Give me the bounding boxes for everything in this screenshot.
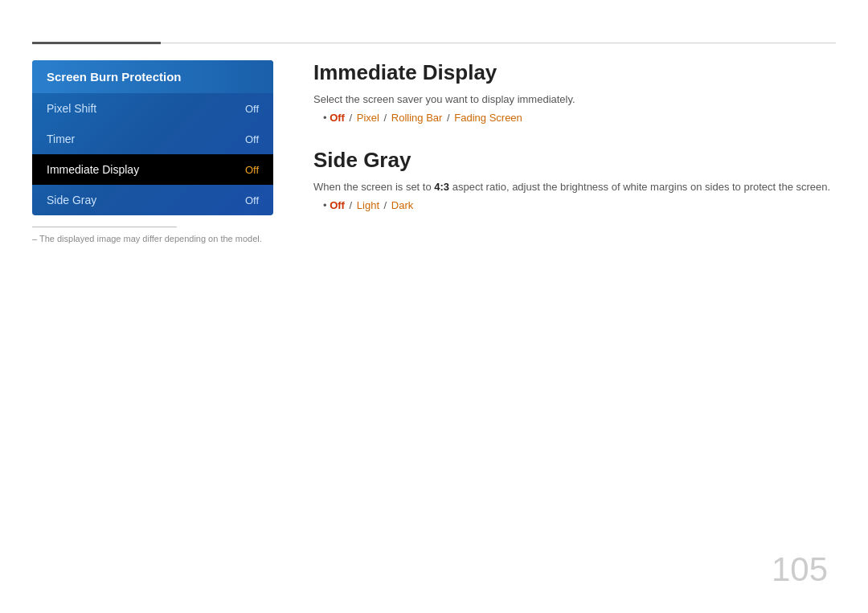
menu-item-timer[interactable]: Timer Off [32,124,273,154]
menu-item-immediate-display[interactable]: Immediate Display Off [32,154,273,185]
panel-note: – The displayed image may differ dependi… [32,234,273,243]
menu-item-immediate-display-label: Immediate Display [47,163,139,176]
opt-dark: Dark [391,199,413,211]
menu-box: Screen Burn Protection Pixel Shift Off T… [32,60,273,215]
opt-off-side-gray: Off [330,199,345,211]
options-item-immediate: Off / Pixel / Rolling Bar / Fading Scree… [323,112,836,124]
options-list-immediate-display: Off / Pixel / Rolling Bar / Fading Scree… [313,112,836,124]
section-side-gray: Side Gray When the screen is set to 4:3 … [313,148,836,211]
opt-light: Light [357,199,379,211]
menu-header: Screen Burn Protection [32,60,273,93]
aspect-ratio-ref: 4:3 [434,181,449,193]
menu-item-side-gray-label: Side Gray [47,194,96,206]
opt-fading-screen: Fading Screen [454,112,522,124]
menu-item-pixel-shift-value: Off [245,103,259,115]
opt-off-immediate: Off [330,112,345,124]
top-decorative-lines [32,42,836,44]
top-line-light [161,43,836,43]
top-line-dark [32,42,161,44]
opt-pixel: Pixel [357,112,379,124]
section-title-immediate-display: Immediate Display [313,60,836,85]
page-number: 105 [772,550,828,589]
menu-item-side-gray[interactable]: Side Gray Off [32,185,273,215]
section-title-side-gray: Side Gray [313,148,836,173]
section-desc-side-gray: When the screen is set to 4:3 aspect rat… [313,181,836,193]
menu-item-side-gray-value: Off [245,194,259,206]
menu-item-pixel-shift-label: Pixel Shift [47,102,96,115]
menu-item-timer-label: Timer [47,133,75,145]
opt-rolling-bar: Rolling Bar [391,112,443,124]
section-desc-immediate-display: Select the screen saver you want to disp… [313,93,836,105]
left-panel: Screen Burn Protection Pixel Shift Off T… [32,60,273,243]
panel-divider [32,227,177,227]
menu-item-pixel-shift[interactable]: Pixel Shift Off [32,93,273,124]
menu-item-timer-value: Off [245,133,259,145]
right-content: Immediate Display Select the screen save… [313,60,836,235]
menu-item-immediate-display-value: Off [245,164,259,176]
section-immediate-display: Immediate Display Select the screen save… [313,60,836,124]
options-list-side-gray: Off / Light / Dark [313,199,836,211]
options-item-side-gray: Off / Light / Dark [323,199,836,211]
